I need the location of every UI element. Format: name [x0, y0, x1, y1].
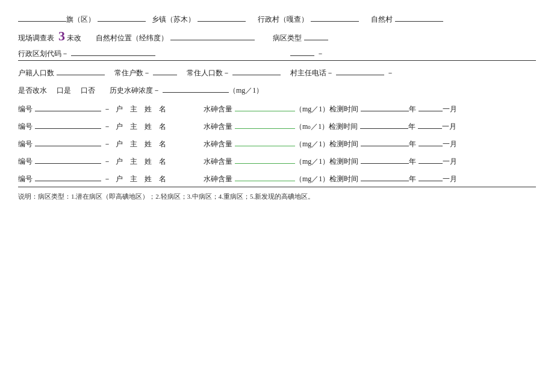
label-natural-village: 自然村	[371, 14, 393, 25]
arsenic-label-2: 水砷含量	[204, 122, 232, 132]
number-value-2	[35, 119, 101, 129]
form-title: 现场调查表	[18, 33, 54, 43]
number-value-5	[35, 172, 101, 181]
head-label-4: 户 主 姓 名	[116, 157, 166, 167]
label-household-pop: 户籍人口数	[18, 68, 54, 78]
row-2: 现场调查表 3 未改 自然村位置（经纬度） 病区类型	[18, 28, 536, 44]
label-mg-l: （mg／1）	[229, 86, 263, 96]
detect-time-3	[361, 137, 409, 146]
admin-code-value	[71, 46, 155, 56]
row-1: 旗（区） 乡镇（苏木） 行政村（嘎查） 自然村	[18, 12, 536, 25]
arsenic-value-2	[235, 119, 295, 129]
year-label-5: 年	[409, 174, 416, 184]
year-label-1: 年	[409, 104, 416, 114]
dash: －	[317, 49, 324, 59]
mg-label-2: （m₀／1）检测时间	[295, 122, 358, 132]
label-natural-location: 自然村位置（经纬度）	[96, 33, 168, 43]
arsenic-label-5: 水砷含量	[204, 174, 232, 184]
label-number-5: 编号	[18, 174, 33, 184]
label-water-changed: 是否改水	[18, 86, 47, 96]
label-township: 乡镇（苏木）	[152, 14, 195, 25]
record-right-1: 水砷含量 （mg／1）检测时间 年 一月	[204, 102, 536, 114]
form-container: 旗（区） 乡镇（苏木） 行政村（嘎查） 自然村 现场调查表 3 未改 自然村位置…	[18, 12, 536, 201]
mg-label-4: （mg／1）检测时间	[295, 157, 358, 167]
dash-5: －	[104, 174, 111, 184]
arsenic-label-3: 水砷含量	[204, 139, 232, 149]
month-val-4	[419, 154, 443, 164]
mg-label-1: （mg／1）检测时间	[295, 104, 358, 114]
form-suffix: 未改	[67, 33, 81, 43]
month-val-3	[419, 137, 443, 146]
label-number-3: 编号	[18, 139, 33, 149]
record-row-3: 编号 － 户 主 姓 名 水砷含量 （mg／1）检测时间 年 一月	[18, 137, 536, 149]
record-left-2: 编号 － 户 主 姓 名	[18, 119, 199, 132]
record-left-3: 编号 － 户 主 姓 名	[18, 137, 199, 149]
natural-village-value	[395, 12, 443, 22]
record-left-4: 编号 － 户 主 姓 名	[18, 154, 199, 167]
year-label-4: 年	[409, 157, 416, 167]
extra-blank	[290, 46, 314, 56]
label-permanent-households: 常住户数－	[114, 68, 151, 78]
divider-1	[18, 60, 536, 61]
number-value-4	[35, 154, 101, 164]
record-row-1: 编号 － 户 主 姓 名 水砷含量 （mg／1）检测时间 年 一月	[18, 102, 536, 114]
label-number-4: 编号	[18, 157, 33, 167]
record-right-3: 水砷含量 （mg／1）检测时间 年 一月	[204, 137, 536, 149]
blank-right	[276, 49, 290, 58]
number-value-1	[35, 102, 101, 111]
detect-time-1	[361, 102, 409, 111]
record-right-2: 水砷含量 （m₀／1）检测时间 年 一月	[204, 119, 536, 132]
admin-village-value	[311, 12, 359, 22]
label-permanent-pop: 常住人口数－	[187, 68, 230, 78]
arsenic-label-4: 水砷含量	[204, 157, 232, 167]
head-label-3: 户 主 姓 名	[116, 139, 166, 149]
month-label-5: 一月	[443, 174, 457, 184]
arsenic-value-5	[235, 172, 295, 181]
dash-1: －	[104, 104, 111, 114]
month-label-3: 一月	[443, 139, 457, 149]
detect-time-2	[360, 119, 408, 129]
qi-value	[98, 12, 146, 22]
arsenic-value-3	[235, 137, 295, 146]
head-label-2: 户 主 姓 名	[116, 122, 166, 132]
arsenic-value-1	[235, 102, 295, 111]
label-no: 口否	[81, 86, 95, 96]
record-right-4: 水砷含量 （mg／1）检测时间 年 一月	[204, 154, 536, 167]
form-number: 3	[58, 28, 65, 44]
village-chief-phone-value	[336, 66, 384, 75]
arsenic-label-1: 水砷含量	[204, 104, 232, 114]
dash-4: －	[104, 157, 111, 167]
arsenic-value-4	[235, 154, 295, 164]
row-4: 户籍人口数 常住户数－ 常住人口数－ 村主任电话－ －	[18, 66, 536, 78]
month-val-1	[419, 102, 443, 111]
label-number-1: 编号	[18, 104, 33, 114]
history-conc-value	[163, 83, 229, 93]
record-left-1: 编号 － 户 主 姓 名	[18, 102, 199, 114]
year-label-3: 年	[409, 139, 416, 149]
township-value	[198, 12, 246, 22]
label-yes: 口是	[57, 86, 71, 96]
note: 说明：病区类型：1.潜在病区（即高碘地区）；2.轻病区；3.中病区；4.重病区；…	[18, 192, 536, 201]
head-label-1: 户 主 姓 名	[116, 104, 166, 114]
dash2: －	[387, 68, 394, 78]
month-label-1: 一月	[443, 104, 457, 114]
label-history-conc: 历史水砷浓度－	[110, 86, 160, 96]
month-label-4: 一月	[443, 157, 457, 167]
disease-type-value	[304, 31, 328, 40]
household-pop-value	[57, 66, 105, 75]
record-row-4: 编号 － 户 主 姓 名 水砷含量 （mg／1）检测时间 年 一月	[18, 154, 536, 167]
head-label-5: 户 主 姓 名	[116, 174, 166, 184]
year-label-2: 年	[408, 122, 416, 132]
month-val-5	[419, 172, 443, 181]
mg-label-5: （mg／1）检测时间	[295, 174, 358, 184]
mg-label-3: （mg／1）检测时间	[295, 139, 358, 149]
qi-blank	[18, 12, 66, 22]
natural-location-value	[170, 31, 255, 40]
label-admin-village: 行政村（嘎查）	[258, 14, 308, 25]
record-left-5: 编号 － 户 主 姓 名	[18, 172, 199, 184]
label-qi: 旗（区）	[66, 14, 95, 25]
row-3: 行政区划代码－ －	[18, 46, 536, 59]
permanent-pop-value	[232, 66, 281, 75]
label-number-2: 编号	[18, 122, 33, 132]
detect-time-4	[361, 154, 409, 164]
